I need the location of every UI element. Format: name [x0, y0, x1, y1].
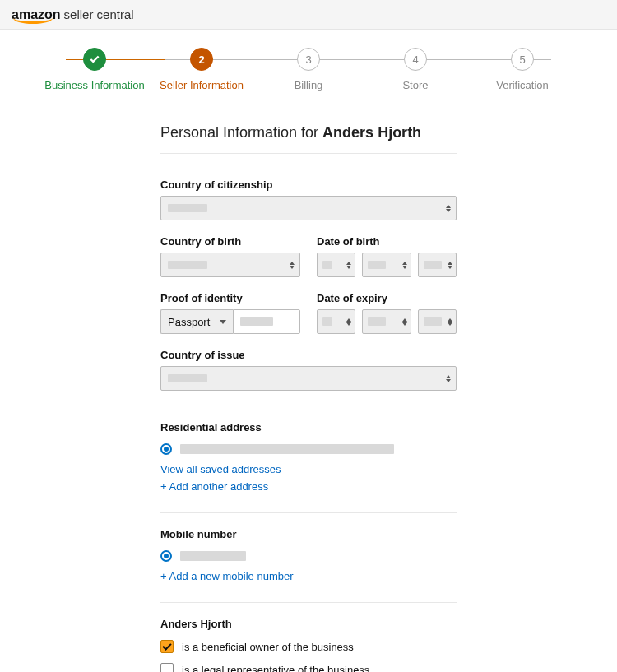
sort-icon: [402, 318, 407, 326]
poi-number-input[interactable]: [233, 309, 300, 334]
radio-selected-icon: [160, 550, 172, 562]
sort-icon: [448, 262, 452, 269]
step-store[interactable]: 4 Store: [362, 48, 469, 91]
dob-label: Date of birth: [317, 235, 457, 248]
dob-day-select[interactable]: [317, 253, 355, 277]
step-label: Business Information: [44, 79, 144, 91]
redacted-value: [168, 261, 207, 269]
redacted-address: [180, 444, 394, 454]
redacted-value: [168, 374, 207, 382]
step-number: 3: [297, 48, 320, 71]
logo-seller-central-word: seller central: [64, 7, 134, 21]
step-label: Billing: [295, 79, 323, 91]
poi-type-select[interactable]: Passport: [160, 309, 233, 334]
chevron-down-icon: [220, 320, 226, 324]
step-number: 2: [190, 48, 213, 71]
page-title: Personal Information for Anders Hjorth: [160, 124, 457, 154]
step-billing[interactable]: 3 Billing: [255, 48, 362, 91]
birth-country-label: Country of birth: [160, 235, 300, 248]
birth-country-select[interactable]: [160, 253, 300, 277]
sort-icon: [290, 262, 295, 269]
poi-field: Passport: [160, 309, 300, 334]
add-mobile-link[interactable]: + Add a new mobile number: [160, 570, 294, 582]
sort-icon: [346, 318, 351, 326]
top-bar: amazon seller central: [0, 0, 617, 30]
step-label: Seller Information: [160, 79, 244, 91]
check-icon: [83, 48, 106, 71]
mobile-option[interactable]: [160, 550, 457, 562]
sort-icon: [346, 262, 351, 269]
step-number: 5: [511, 48, 534, 71]
dob-year-select[interactable]: [418, 253, 457, 277]
step-seller-information[interactable]: 2 Seller Information: [148, 48, 255, 91]
checkbox-unchecked-icon: [160, 663, 174, 672]
dob-month-select[interactable]: [362, 253, 412, 277]
divider: [160, 406, 457, 406]
form-container: Personal Information for Anders Hjorth C…: [152, 124, 465, 672]
citizenship-select[interactable]: [160, 196, 457, 220]
issue-country-label: Country of issue: [160, 349, 457, 361]
address-section-title: Residential address: [160, 421, 457, 433]
sort-icon: [446, 375, 451, 382]
expiry-month-select[interactable]: [362, 309, 412, 334]
divider: [160, 602, 457, 603]
dob-group: [317, 253, 457, 277]
radio-selected-icon: [160, 443, 172, 455]
step-number: 4: [404, 48, 427, 71]
wizard-stepper: Business Information 2 Seller Informatio…: [0, 30, 617, 100]
step-label: Store: [402, 79, 428, 91]
step-business-information[interactable]: Business Information: [41, 48, 148, 91]
expiry-group: [317, 309, 457, 334]
divider: [160, 512, 457, 513]
step-verification[interactable]: 5 Verification: [469, 48, 576, 91]
expiry-label: Date of expiry: [317, 292, 457, 304]
poi-label: Proof of identity: [160, 292, 300, 304]
sort-icon: [448, 318, 452, 326]
poi-value: Passport: [168, 316, 210, 328]
page-title-prefix: Personal Information for: [160, 124, 322, 141]
view-saved-addresses-link[interactable]: View all saved addresses: [160, 463, 281, 475]
sort-icon: [446, 205, 451, 212]
owner-name: Anders Hjorth: [160, 618, 457, 630]
beneficial-owner-label: is a beneficial owner of the business: [182, 641, 354, 653]
legal-rep-label: is a legal representative of the busines…: [182, 664, 369, 673]
citizenship-label: Country of citizenship: [160, 178, 457, 191]
add-address-link[interactable]: + Add another address: [160, 480, 268, 493]
expiry-year-select[interactable]: [418, 309, 457, 334]
issue-country-select[interactable]: [160, 366, 457, 391]
redacted-mobile: [180, 551, 246, 561]
address-option[interactable]: [160, 443, 457, 455]
beneficial-owner-checkbox-row[interactable]: is a beneficial owner of the business: [160, 640, 457, 653]
sort-icon: [402, 262, 407, 269]
redacted-value: [240, 317, 273, 326]
amazon-seller-central-logo: amazon seller central: [12, 7, 134, 22]
checkbox-checked-icon: [160, 640, 174, 653]
logo-amazon-word: amazon: [12, 7, 61, 22]
expiry-day-select[interactable]: [317, 309, 355, 334]
step-label: Verification: [496, 79, 549, 91]
legal-rep-checkbox-row[interactable]: is a legal representative of the busines…: [160, 663, 457, 672]
mobile-section-title: Mobile number: [160, 528, 457, 540]
page-title-name: Anders Hjorth: [322, 124, 421, 141]
redacted-value: [168, 204, 207, 212]
